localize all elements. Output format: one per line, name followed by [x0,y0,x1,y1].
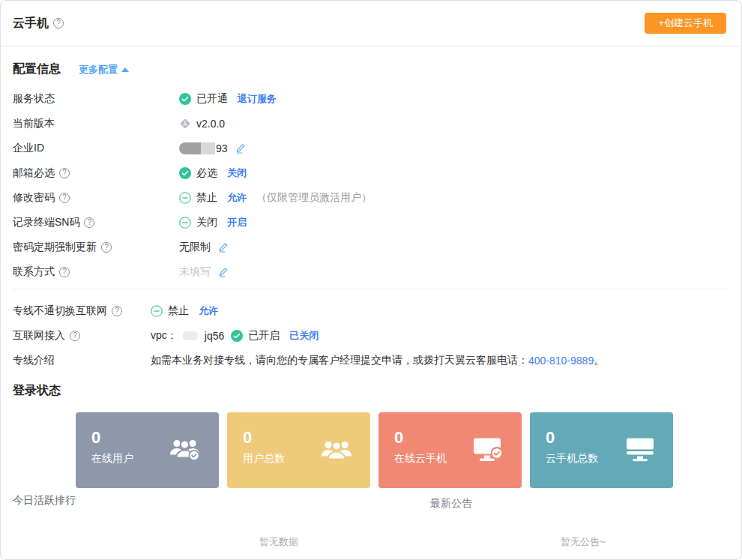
stat-cards: 0 在线用户 0 用户总数 [76,412,729,488]
version-diamond-icon [179,118,191,130]
row-internet-access: 互联网接入? vpc： jq56 已开启 已关闭 [13,323,729,348]
help-icon[interactable]: ? [59,267,70,277]
announcement-empty-state: 暂无公告~ [561,535,606,549]
help-icon[interactable]: ? [59,168,70,178]
page-title: 云手机 [13,16,49,31]
allow-fallback-link[interactable]: 允许 [199,304,218,318]
monitor-icon [625,436,655,464]
minus-circle-icon [179,192,191,204]
minus-circle-icon [179,217,191,229]
network-rows: 专线不通切换互联网? 禁止 允许 互联网接入? vpc： jq56 [13,298,729,373]
help-icon[interactable]: ? [84,217,94,228]
row-email-required: 邮箱必选? 必选 关闭 [13,160,729,185]
service-phone-link[interactable]: 400-810-9889 [528,355,594,367]
redacted-segment [182,331,199,340]
config-section-title: 配置信息 [13,61,61,77]
line-intro-text: 如需本业务对接专线，请向您的专属客户经理提交申请，或拨打天翼云客服电话： [151,354,528,367]
help-icon[interactable]: ? [101,242,112,253]
active-ranking-title: 今日活跃排行 [13,494,76,508]
row-fallback-internet: 专线不通切换互联网? 禁止 允许 [13,298,729,323]
close-internet-link[interactable]: 已关闭 [289,329,319,343]
more-config-link[interactable]: 更多配置 [79,63,129,76]
redacted-segment [201,142,215,154]
service-status-value: 已开通 [196,92,228,106]
help-icon[interactable]: ? [70,331,80,341]
card-online-users: 0 在线用户 [76,412,219,488]
email-toggle-link[interactable]: 关闭 [227,166,247,180]
page-header: 云手机 ? +创建云手机 [1,1,741,46]
enterprise-id-value: 93 [216,142,228,154]
section-divider [13,289,729,289]
row-record-sn: 记录终端SN码? 关闭 开启 [13,210,729,235]
latest-announcement-title: 最新公告 [430,497,472,511]
redacted-segment [179,142,201,154]
password-note: （仅限管理员激活用户） [256,191,372,205]
check-circle-icon [179,93,191,105]
minus-circle-icon [151,305,163,317]
ranking-empty-state: 暂无数据 [259,535,298,549]
help-icon[interactable]: ? [112,306,122,316]
card-total-users: 0 用户总数 [227,412,370,488]
users-icon [321,436,352,464]
row-service-status: 服务状态 已开通 退订服务 [13,86,729,111]
edit-icon[interactable] [218,241,229,253]
check-circle-icon [231,330,243,342]
login-status-title: 登录状态 [13,383,729,399]
row-password-refresh: 密码定期强制更新? 无限制 [13,235,729,259]
contact-value: 未填写 [179,265,211,279]
row-line-intro: 专线介绍 如需本业务对接专线，请向您的专属客户经理提交申请，或拨打天翼云客服电话… [13,348,729,373]
create-cloud-phone-button[interactable]: +创建云手机 [645,13,726,34]
card-total-cloud-phones: 0 云手机总数 [530,412,673,488]
config-rows: 服务状态 已开通 退订服务 当前版本 v2.0.0 [13,86,729,284]
internet-status: 已开启 [248,329,280,343]
help-icon[interactable]: ? [59,193,70,203]
card-online-cloud-phones: 0 在线云手机 [378,412,522,488]
unsubscribe-link[interactable]: 退订服务 [238,92,277,106]
enable-sn-link[interactable]: 开启 [227,216,247,229]
row-change-password: 修改密码? 禁止 允许 （仅限管理员激活用户） [13,185,729,210]
caret-up-icon [121,67,129,72]
row-enterprise-id: 企业ID 93 [13,136,729,160]
monitor-check-icon [472,436,504,465]
row-contact: 联系方式? 未填写 [13,259,729,284]
users-check-icon [169,436,201,464]
vpc-prefix: vpc： [151,329,178,343]
row-version: 当前版本 v2.0.0 [13,111,729,136]
edit-icon[interactable] [218,266,229,277]
edit-icon[interactable] [235,142,247,154]
cloud-phone-console: 云手机 ? +创建云手机 配置信息 更多配置 服务状态 已开通 退订服务 [0,0,742,560]
bottom-panels: 今日活跃排行 最新公告 暂无数据 暂无公告~ [1,488,741,560]
vpc-name: jq56 [205,330,224,342]
page-help-icon[interactable]: ? [53,18,64,28]
check-circle-icon [179,167,191,179]
version-value: v2.0.0 [196,118,225,130]
allow-link[interactable]: 允许 [227,191,247,205]
